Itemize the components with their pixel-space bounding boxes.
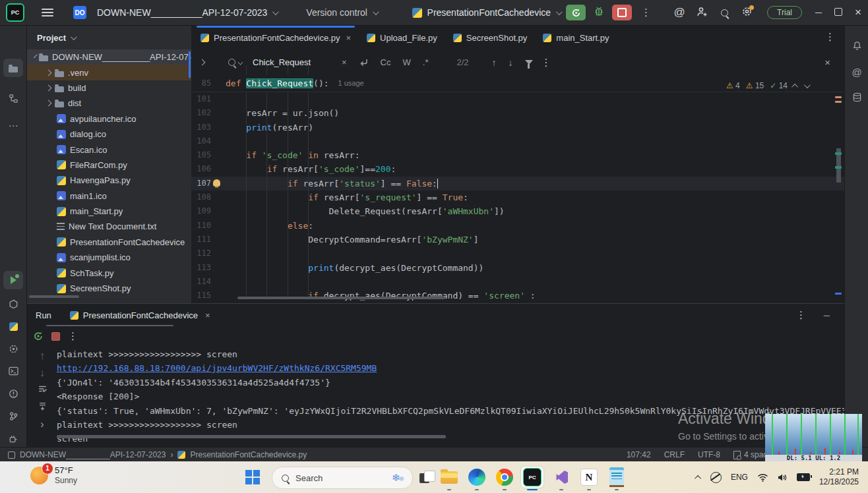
code-text[interactable]: DecryptCommand=resArr['bZywPmNZ'] (226, 233, 479, 246)
tree-item-HavengaPas.py[interactable]: HavengaPas.py (26, 173, 191, 188)
file-encoding[interactable]: UTF-8 (698, 450, 720, 459)
scroll-to-end-icon[interactable] (38, 401, 47, 413)
tree-item-.venv[interactable]: .venv (26, 65, 191, 80)
chevron-down-icon[interactable] (34, 54, 38, 58)
breadcrumb-file[interactable]: PresentationFontCachedevice.py (190, 450, 307, 459)
hidden-icons-chevron[interactable] (697, 475, 701, 480)
tree-item-build[interactable]: build (26, 80, 191, 96)
code-line-102[interactable]: 102 resArr = ur.json() (191, 106, 844, 120)
filter-icon[interactable] (519, 60, 539, 65)
taskview-taskbar-icon[interactable] (416, 467, 438, 488)
tree-item-Escan.ico[interactable]: Escan.ico (26, 142, 191, 157)
code-line-111[interactable]: 111 DecryptCommand=resArr['bZywPmNZ'] (191, 233, 844, 246)
project-hscrollbar[interactable] (29, 295, 79, 298)
soft-wrap-icon[interactable] (38, 384, 47, 396)
tree-item-FileRarCom.py[interactable]: FileRarCom.py (26, 158, 191, 173)
chrome-taskbar-icon[interactable] (493, 467, 516, 488)
editor-hscrollbar[interactable] (237, 297, 445, 299)
run-tab[interactable]: PresentationFontCachedevice × (70, 310, 210, 320)
window-close-button[interactable]: × (848, 6, 868, 19)
notepad-taskbar-icon[interactable] (605, 467, 628, 488)
project-widget[interactable]: DO DOWN-NEW__________API-12-07-2023 (73, 6, 277, 19)
tool-terminal-icon[interactable] (3, 362, 23, 380)
run-options-kebab[interactable]: ⋮ (637, 7, 655, 18)
run-toolbar-kebab[interactable]: ⋮ (68, 330, 78, 342)
intention-bulb-icon[interactable] (213, 179, 220, 187)
tab-main_Start.py[interactable]: main_Start.py (535, 26, 617, 50)
tab-Upload_File.py[interactable]: Upload_File.py (359, 26, 445, 50)
code-text[interactable]: else: (226, 219, 313, 233)
tool-python-packages-icon[interactable] (3, 295, 23, 313)
tab-PresentationFontCachedevice.py[interactable]: PresentationFontCachedevice.py× (193, 26, 359, 50)
tool-python-console-icon[interactable] (3, 317, 23, 335)
tool-plugins-icon[interactable] (3, 429, 23, 448)
code-line-105[interactable]: 105 if 's_code' in resArr: (191, 148, 844, 162)
volume-icon[interactable] (778, 473, 788, 482)
up-stacktrace-icon[interactable]: ↑ (40, 350, 45, 362)
caret-position[interactable]: 107:42 (627, 450, 651, 459)
settings-gear-icon[interactable] (738, 6, 755, 19)
tree-item-dialog.ico[interactable]: dialog.ico (26, 127, 191, 142)
code-text[interactable]: if resArr['status'] == False: (226, 177, 438, 190)
weather-widget[interactable]: 1 57°F Sunny (30, 465, 77, 485)
search-everywhere-icon[interactable] (716, 7, 733, 18)
language-indicator[interactable]: ENG (731, 473, 748, 482)
regex-toggle[interactable]: .* (417, 57, 435, 67)
trial-badge[interactable]: Trial (767, 6, 802, 19)
run-panel-kebab[interactable]: ⋮ (792, 309, 810, 321)
run-panel-title[interactable]: Run (36, 310, 51, 320)
console-output[interactable]: plaintext >>>>>>>>>>>>>>>>>> screenhttp:… (57, 347, 842, 446)
console-line[interactable]: http://192.168.88.18:7000/api/jpv4urbWV2… (57, 361, 842, 375)
tool-run-icon[interactable] (3, 271, 23, 289)
code-text[interactable]: Delete_Request(resArr['aWHmxUbn']) (226, 204, 505, 218)
run-config-name[interactable]: PresentationFontCachedevice (427, 7, 551, 18)
status-breadcrumb[interactable]: DOWN-NEW__________API-12-07-2023 › Prese… (8, 450, 627, 459)
clock-widget[interactable]: 2:21 PM 12/18/2025 (819, 467, 859, 487)
inspections-widget[interactable]: ⚠ 4 ⚠ 15 ✓ 14 (726, 81, 809, 90)
match-case-toggle[interactable]: Cc (375, 57, 397, 67)
close-find-icon[interactable]: × (819, 57, 836, 68)
prev-match-button[interactable]: ↑ (486, 57, 503, 68)
newline-icon[interactable] (353, 58, 375, 67)
prev-problem-icon[interactable] (791, 83, 798, 90)
code-text[interactable]: resArr = ur.json() (226, 106, 339, 120)
code-line-110[interactable]: 110 else: (191, 219, 844, 233)
tool-structure-icon[interactable] (3, 89, 23, 107)
line-separator[interactable]: CRLF (664, 450, 685, 459)
tool-database-icon[interactable] (847, 88, 867, 106)
tool-ai-assistant-icon[interactable]: @ (847, 63, 867, 81)
tree-item-SecreenShot.py[interactable]: SecreenShot.py (26, 281, 191, 296)
project-panel-header[interactable]: Project (26, 26, 191, 49)
code-line-113[interactable]: 113 print(decrypt_aes(DecryptCommand)) (191, 261, 844, 275)
code-text[interactable]: print(resArr) (226, 121, 313, 134)
sticky-code[interactable]: def Chick_Request(): (226, 78, 329, 88)
accessibility-icon[interactable] (710, 472, 722, 483)
chevron-right-icon[interactable] (46, 100, 52, 107)
tool-git-icon[interactable] (3, 407, 23, 425)
tree-item-main1.ico[interactable]: main1.ico (26, 188, 191, 204)
explorer-taskbar-icon[interactable] (438, 467, 460, 488)
code-line-115[interactable]: 115 if decrypt_aes(DecryptCommand) == 's… (191, 289, 844, 303)
code-line-107[interactable]: 107 if resArr['status'] == False: (191, 177, 844, 190)
rerun-button[interactable] (566, 5, 586, 20)
tree-item-scanjumplist.ico[interactable]: scanjumplist.ico (26, 250, 191, 265)
usage-hint[interactable]: 1 usage (338, 79, 364, 87)
tool-services-icon[interactable] (3, 339, 23, 358)
battery-icon[interactable] (797, 473, 810, 481)
add-user-icon[interactable] (693, 7, 710, 19)
code-line-112[interactable]: 112 (191, 246, 844, 260)
code-line-106[interactable]: 106 if resArr['s_code']==200: (191, 162, 844, 176)
edge-taskbar-icon[interactable] (466, 467, 488, 488)
close-run-tab-icon[interactable]: × (205, 310, 210, 320)
breadcrumb-project[interactable]: DOWN-NEW__________API-12-07-2023 (20, 450, 166, 459)
taskbar-search[interactable]: Search ❄❄ (272, 467, 413, 489)
tool-notifications-icon[interactable] (847, 36, 867, 55)
tool-project-folder-icon[interactable] (3, 59, 23, 77)
stop-icon[interactable] (51, 332, 60, 341)
start-button[interactable] (241, 467, 264, 488)
code-text[interactable]: if resArr['s_request'] == True: (226, 190, 468, 204)
tree-item-DOWN-NEW__________API-12-07-2023[interactable]: DOWN-NEW__________API-12-07-2023 (26, 49, 191, 65)
code-line-108[interactable]: 108 if resArr['s_request'] == True: (191, 190, 844, 204)
stop-button[interactable] (612, 5, 632, 20)
chevron-right-icon[interactable] (46, 85, 52, 92)
